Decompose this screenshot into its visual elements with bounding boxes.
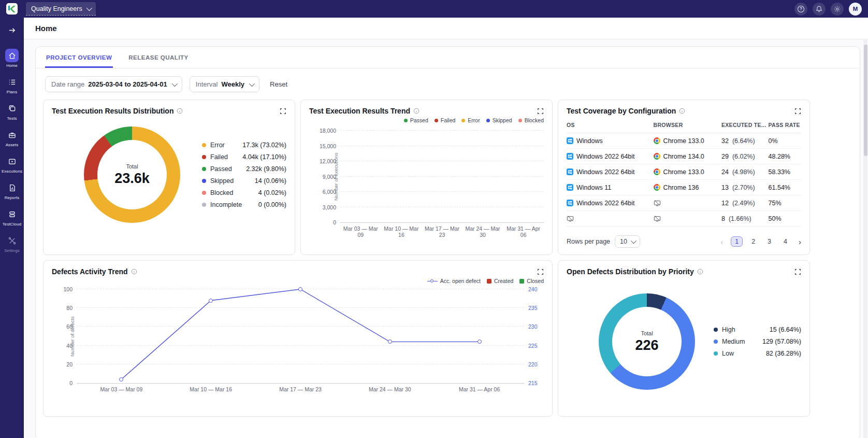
- previous-page-button[interactable]: ‹: [720, 238, 723, 246]
- legend-item[interactable]: Low82 (36.28%): [714, 350, 801, 357]
- trend-x-axis-labels: Mar 03 — Mar 09Mar 10 — Mar 16Mar 17 — M…: [309, 225, 544, 238]
- help-button[interactable]: [794, 3, 807, 16]
- expand-icon[interactable]: [537, 108, 544, 115]
- coverage-table-header: OSBROWSEREXECUTED TE...PASS RATE: [567, 115, 801, 133]
- info-icon[interactable]: [679, 108, 685, 114]
- expand-icon[interactable]: [537, 269, 544, 275]
- executed-count[interactable]: 13: [721, 184, 729, 191]
- no-device-icon: [654, 200, 661, 207]
- table-row[interactable]: Windows 2022 64bitChrome 134.029(6.02%)4…: [567, 149, 801, 164]
- testcloud-servers-icon: [5, 207, 19, 221]
- page-button-4[interactable]: 4: [780, 237, 791, 246]
- page-button-1[interactable]: 1: [731, 236, 743, 247]
- date-range-filter[interactable]: Date range 2025-03-04 to 2025-04-01: [45, 76, 182, 92]
- legend-item[interactable]: Error17.3k (73.02%): [202, 142, 286, 149]
- legend-item[interactable]: Blocked4 (0.02%): [202, 189, 286, 196]
- next-page-button[interactable]: ›: [799, 238, 801, 246]
- user-avatar[interactable]: M: [849, 3, 862, 16]
- legend-item[interactable]: Skipped14 (0.06%): [202, 177, 286, 185]
- table-row[interactable]: 8(1.66%)50%: [567, 211, 801, 227]
- legend-item[interactable]: High15 (6.64%): [714, 326, 801, 333]
- legend-item[interactable]: Skipped: [486, 117, 512, 123]
- sidebar-item-executions[interactable]: Executions: [0, 151, 24, 177]
- legend-item[interactable]: Medium129 (57.08%): [714, 338, 801, 345]
- legend-item[interactable]: Created: [487, 278, 513, 284]
- axis-tick-label: 3,000: [323, 204, 336, 210]
- distribution-donut-chart[interactable]: Total 23.6k: [84, 126, 180, 223]
- right-axis-tick-label: 220: [528, 361, 538, 368]
- pass-rate: 75%: [769, 200, 801, 207]
- axis-tick-label: 100: [63, 286, 73, 292]
- legend-item[interactable]: Error: [461, 117, 480, 123]
- info-icon[interactable]: [131, 269, 137, 275]
- line-data-point[interactable]: [298, 287, 302, 291]
- sidebar: Home Plans Tests Assets Executions Repor…: [0, 18, 24, 438]
- info-icon[interactable]: [413, 108, 419, 114]
- line-data-point[interactable]: [209, 299, 213, 303]
- priority-donut-chart[interactable]: Total 226: [599, 293, 695, 390]
- info-icon[interactable]: [177, 108, 183, 114]
- legend-item[interactable]: Incomplete0 (0.00%): [202, 201, 286, 208]
- expand-icon[interactable]: [794, 108, 801, 115]
- priority-legend: High15 (6.64%)Medium129 (57.08%)Low82 (3…: [714, 326, 801, 357]
- legend-item[interactable]: Failed4.04k (17.10%): [202, 153, 286, 161]
- executed-count[interactable]: 29: [721, 153, 729, 160]
- sidebar-item-plans[interactable]: Plans: [0, 72, 24, 98]
- expand-icon[interactable]: [794, 269, 801, 275]
- line-data-point[interactable]: [478, 340, 482, 344]
- legend-item[interactable]: Failed: [435, 117, 456, 123]
- legend-item[interactable]: Passed: [404, 117, 428, 123]
- legend-label: Blocked: [210, 189, 233, 196]
- info-icon[interactable]: [697, 269, 703, 275]
- sidebar-item-testcloud[interactable]: TestCloud: [0, 204, 24, 230]
- executed-count[interactable]: 8: [721, 215, 725, 222]
- legend-item[interactable]: Passed2.32k (9.80%): [202, 165, 286, 173]
- table-row[interactable]: WindowsChrome 133.032(6.64%)0%: [567, 133, 801, 149]
- sidebar-item-assets[interactable]: Assets: [0, 124, 24, 151]
- legend-label: Failed: [210, 153, 228, 161]
- sidebar-item-tests[interactable]: Tests: [0, 98, 24, 124]
- windows-icon: [567, 168, 573, 175]
- sidebar-expand-button[interactable]: [8, 21, 17, 45]
- project-selector[interactable]: Quality Engineers: [26, 2, 96, 16]
- card-test-execution-results-distribution: Test Execution Results Distribution Tota…: [43, 100, 295, 255]
- page-button-3[interactable]: 3: [764, 237, 775, 246]
- tests-folders-icon: [5, 102, 19, 115]
- column-header[interactable]: PASS RATE: [769, 122, 801, 128]
- table-row[interactable]: Windows 2022 64bit12(2.49%)75%: [567, 195, 801, 211]
- table-row[interactable]: Windows 2022 64bitChrome 133.024(4.98%)5…: [567, 164, 801, 180]
- legend-item[interactable]: Acc. open defect: [427, 278, 481, 284]
- tab-project-overview[interactable]: PROJECT OVERVIEW: [45, 47, 113, 68]
- x-axis-label: Mar 24 — Mar 30: [462, 225, 503, 238]
- column-header[interactable]: EXECUTED TE...: [721, 122, 769, 128]
- table-row[interactable]: Windows 11Chrome 13613(2.70%)61.54%: [567, 180, 801, 195]
- os-name: Windows 2022 64bit: [576, 153, 635, 160]
- executed-count[interactable]: 24: [721, 168, 729, 176]
- executed-count[interactable]: 32: [721, 137, 729, 145]
- expand-icon[interactable]: [280, 108, 286, 115]
- sidebar-item-home[interactable]: Home: [0, 45, 24, 72]
- page-button-2[interactable]: 2: [748, 237, 759, 246]
- executed-count[interactable]: 12: [721, 200, 729, 207]
- tab-release-quality[interactable]: RELEASE QUALITY: [127, 47, 189, 68]
- settings-button[interactable]: [831, 3, 844, 16]
- legend-item[interactable]: Closed: [519, 278, 544, 284]
- distribution-legend: Error17.3k (73.02%)Failed4.04k (17.10%)P…: [202, 142, 286, 208]
- sidebar-item-settings[interactable]: Settings: [0, 230, 24, 257]
- reports-file-icon: [5, 181, 19, 194]
- project-selector-label: Quality Engineers: [31, 5, 82, 12]
- legend-item[interactable]: Blocked: [518, 117, 544, 123]
- x-axis-label: Mar 31 — Apr 06: [435, 386, 524, 392]
- rows-per-page-select[interactable]: 10: [615, 235, 640, 248]
- x-axis-label: Mar 10 — Mar 16: [381, 225, 422, 238]
- app-logo[interactable]: [6, 3, 18, 15]
- column-header[interactable]: OS: [567, 122, 654, 128]
- notifications-button[interactable]: [813, 3, 826, 16]
- column-header[interactable]: BROWSER: [654, 122, 721, 128]
- sidebar-item-reports[interactable]: Reports: [0, 177, 24, 204]
- card-title: Open Defects Distribution by Priority: [567, 267, 694, 276]
- reset-filters-button[interactable]: Reset: [270, 80, 287, 88]
- page-scrollbar-thumb[interactable]: [864, 45, 867, 156]
- legend-dot: [202, 167, 206, 171]
- interval-filter[interactable]: Interval Weekly: [190, 76, 259, 92]
